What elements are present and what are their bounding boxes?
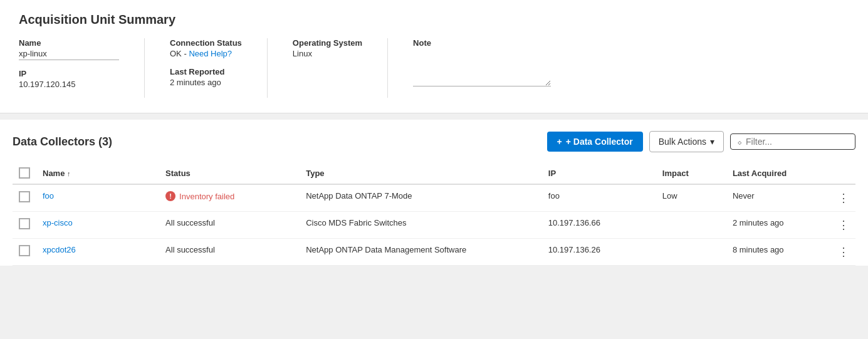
status-ok: All successful (159, 239, 300, 266)
status-error: !Inventory failed (165, 191, 293, 201)
th-type[interactable]: Type (300, 162, 542, 184)
connection-label: Connection Status (170, 38, 242, 48)
add-dc-label: + Data Collector (566, 137, 633, 147)
plus-icon: + (557, 137, 562, 147)
status-ok: All successful (159, 212, 300, 239)
ip-value: 10.197.120.145 (19, 80, 119, 89)
th-last-acquired-label: Last Acquired (733, 169, 787, 178)
row-type: Cisco MDS Fabric Switches (300, 212, 542, 239)
filter-input[interactable] (746, 137, 846, 147)
chevron-down-icon: ▾ (710, 137, 714, 147)
bulk-actions-button[interactable]: Bulk Actions ▾ (649, 131, 724, 152)
th-status-label: Status (165, 169, 191, 178)
th-ip[interactable]: IP (542, 162, 656, 184)
filter-wrap: ⬦ (730, 133, 855, 150)
row-impact (656, 239, 726, 266)
summary-section: Acquisition Unit Summary Name xp-linux I… (0, 0, 868, 113)
ip-label: IP (19, 69, 119, 78)
row-ip: 10.197.136.26 (542, 239, 656, 266)
os-value: Linux (293, 49, 362, 58)
last-reported-value: 2 minutes ago (170, 78, 242, 87)
row-name-link[interactable]: xpcdot26 (43, 245, 76, 254)
row-type: NetApp Data ONTAP 7-Mode (300, 184, 542, 212)
table-scroll-area[interactable]: Name Status Type IP Impact (13, 162, 855, 266)
th-impact-label: Impact (662, 169, 689, 178)
th-menu (832, 162, 855, 184)
row-context-menu-button[interactable]: ⋮ (838, 245, 849, 259)
name-col: Name xp-linux IP 10.197.120.145 (19, 38, 145, 98)
connection-ok: OK (170, 49, 182, 58)
note-textarea[interactable] (413, 49, 551, 86)
th-status[interactable]: Status (159, 162, 300, 184)
table-row: xp-ciscoAll successfulCisco MDS Fabric S… (13, 212, 855, 239)
row-impact: Low (656, 184, 726, 212)
row-impact (656, 212, 726, 239)
row-ip: 10.197.136.66 (542, 212, 656, 239)
bulk-actions-label: Bulk Actions (659, 137, 706, 147)
select-all-checkbox[interactable] (19, 167, 30, 179)
status-text: Inventory failed (179, 192, 234, 201)
add-data-collector-button[interactable]: + + Data Collector (547, 132, 643, 152)
th-name-label: Name (43, 169, 65, 178)
row-checkbox[interactable] (19, 191, 30, 202)
os-label: Operating System (293, 38, 362, 48)
row-checkbox[interactable] (19, 218, 30, 229)
need-help-link[interactable]: Need Help? (189, 49, 232, 58)
note-col: Note (413, 38, 824, 98)
name-label: Name (19, 38, 119, 48)
dc-title: Data Collectors (3) (13, 135, 547, 149)
th-ip-label: IP (548, 169, 556, 178)
dc-header: Data Collectors (3) + + Data Collector B… (13, 131, 855, 152)
page: Acquisition Unit Summary Name xp-linux I… (0, 0, 868, 339)
table-header-row: Name Status Type IP Impact (13, 162, 855, 184)
row-ip: foo (542, 184, 656, 212)
data-collectors-section: Data Collectors (3) + + Data Collector B… (0, 120, 868, 266)
row-context-menu-button[interactable]: ⋮ (838, 218, 849, 232)
th-checkbox (13, 162, 36, 184)
dc-actions: + + Data Collector Bulk Actions ▾ ⬦ (547, 131, 855, 152)
name-value: xp-linux (19, 49, 119, 60)
note-label: Note (413, 38, 799, 48)
row-last-acquired: Never (726, 184, 832, 212)
row-name-link[interactable]: xp-cisco (43, 218, 73, 227)
table-row: foo!Inventory failedNetApp Data ONTAP 7-… (13, 184, 855, 212)
connection-status: OK - Need Help? (170, 49, 242, 58)
th-impact[interactable]: Impact (656, 162, 726, 184)
last-reported-label: Last Reported (170, 67, 242, 76)
row-type: NetApp ONTAP Data Management Software (300, 239, 542, 266)
table-row: xpcdot26All successfulNetApp ONTAP Data … (13, 239, 855, 266)
row-name-link[interactable]: foo (43, 191, 54, 201)
summary-fields: Name xp-linux IP 10.197.120.145 Connecti… (19, 38, 849, 98)
th-type-label: Type (306, 169, 324, 178)
filter-icon: ⬦ (737, 137, 742, 147)
row-context-menu-button[interactable]: ⋮ (838, 191, 849, 205)
row-last-acquired: 2 minutes ago (726, 212, 832, 239)
error-icon: ! (165, 191, 175, 201)
th-last-acquired[interactable]: Last Acquired (726, 162, 832, 184)
row-checkbox[interactable] (19, 245, 30, 256)
os-col: Operating System Linux (293, 38, 388, 98)
summary-title: Acquisition Unit Summary (19, 13, 849, 27)
th-name[interactable]: Name (36, 162, 159, 184)
connection-col: Connection Status OK - Need Help? Last R… (170, 38, 268, 98)
row-last-acquired: 8 minutes ago (726, 239, 832, 266)
data-collectors-table: Name Status Type IP Impact (13, 162, 855, 266)
